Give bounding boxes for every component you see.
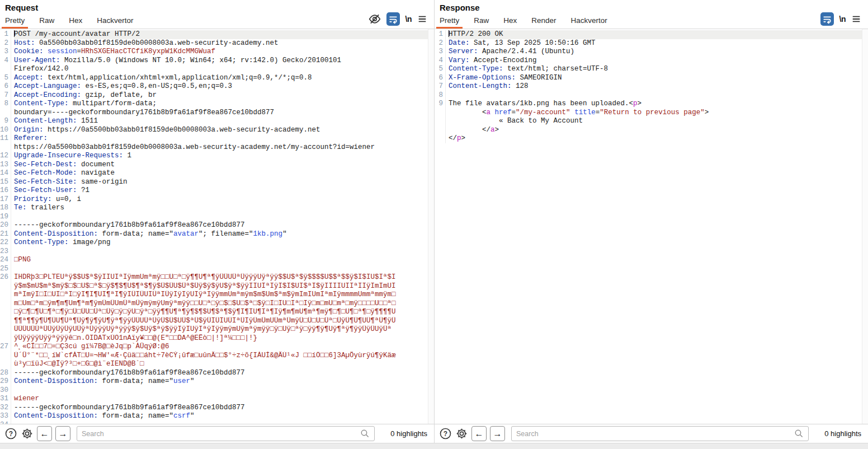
code-line[interactable]: 32------geckoformboundary1761b8b9fa61af9…: [0, 404, 428, 413]
code-line[interactable]: 29Content-Disposition: form-data; name="…: [0, 377, 428, 386]
tab-hackvertor[interactable]: Hackvertor: [568, 16, 611, 29]
tab-pretty[interactable]: Pretty: [2, 16, 28, 29]
request-editor[interactable]: 1POST /my-account/avatar HTTP/22Host: 0a…: [0, 29, 434, 424]
gear-icon[interactable]: [21, 427, 34, 440]
code-line[interactable]: 21Content-Disposition: form-data; name="…: [0, 230, 428, 239]
code-line[interactable]: 7Content-Length: 128: [435, 82, 862, 91]
tab-pretty[interactable]: Pretty: [436, 16, 463, 29]
code-line[interactable]: ¶¶ª¶¶ÿ¶Û¶ÛU¶Ûª¶Ûÿ¶ÿ¶ÿU¶ÿª¶ÿÿÛÛUÛªÛÿÛ$Û$U…: [0, 317, 428, 326]
code-line[interactable]: 8: [435, 91, 862, 100]
window-bottom-strip: [0, 443, 868, 449]
code-line[interactable]: 2Date: Sat, 13 Sep 2025 10:50:16 GMT: [435, 39, 862, 48]
code-line[interactable]: 23: [0, 247, 428, 256]
search-next-button[interactable]: →: [55, 426, 70, 441]
code-line[interactable]: 8Content-Type: multipart/form-data;: [0, 100, 428, 109]
code-line[interactable]: 7Accept-Encoding: gzip, deflate, br: [0, 91, 428, 100]
code-line[interactable]: 19: [0, 213, 428, 222]
line-number: 2: [435, 39, 446, 48]
code-text: Content-Type: multipart/form-data;: [14, 100, 428, 109]
code-line[interactable]: 17Priority: u=0, i: [0, 195, 428, 204]
help-icon[interactable]: ?: [439, 427, 452, 440]
response-panel-title: Response: [435, 0, 868, 14]
code-line[interactable]: 31wiener: [0, 395, 428, 404]
code-line[interactable]: 5Accept: text/html,application/xhtml+xml…: [0, 74, 428, 83]
code-line[interactable]: 24□PNG: [0, 256, 428, 265]
code-text: ^¸«CÏ□□7□=□Ç3cú gï¼7B@□èJq□p`ÀÜqýØ:@6: [14, 343, 428, 352]
code-line[interactable]: □ÿ□¶□¶U□¶ª□¶ÿ□Û□ÛU□Ûª□Ûÿ□ÿ□ÿU□ÿª□ÿÿ¶¶U¶ª…: [0, 308, 428, 317]
code-line[interactable]: 22Content-Type: image/png: [0, 238, 428, 247]
code-line[interactable]: </a>: [435, 126, 862, 135]
code-line[interactable]: ÿÛÿÿÿÿUÿÿªÿÿÿê□n.ÔIDATxÚO1nAïy¥□□@(E"□□D…: [0, 334, 428, 343]
code-line[interactable]: 20------geckoformboundary1761b8b9fa61af9…: [0, 221, 428, 230]
code-line[interactable]: 11Referer:: [0, 134, 428, 143]
code-line[interactable]: 1POST /my-account/avatar HTTP/2: [0, 30, 428, 39]
menu-icon[interactable]: [417, 14, 427, 24]
search-prev-button[interactable]: ←: [37, 426, 52, 441]
word-wrap-icon[interactable]: [386, 12, 400, 26]
code-line[interactable]: 16Sec-Fetch-User: ?1: [0, 186, 428, 195]
code-line[interactable]: 26IHDRþ3□PLTEUªÿ$$U$ª$ÿIIUIªIÿmmUmªmÿ□□U…: [0, 273, 428, 282]
code-line[interactable]: ÿ$m$mU$mª$mÿ$□$□U$□ª$□ÿ$¶$¶U$¶ª$¶ÿ$Û$ÛU$…: [0, 282, 428, 291]
request-search-input[interactable]: [82, 430, 360, 438]
code-line[interactable]: 2Host: 0a5500bb03abb01f8159de0b0008003a.…: [0, 39, 428, 48]
code-line[interactable]: 33Content-Disposition: form-data; name="…: [0, 412, 428, 421]
tab-hex[interactable]: Hex: [500, 16, 520, 29]
newline-icon[interactable]: \n: [839, 15, 846, 24]
line-number: [0, 65, 11, 74]
code-line[interactable]: 15Sec-Fetch-Site: same-origin: [0, 178, 428, 187]
line-number: [435, 126, 446, 135]
code-line[interactable]: 3Cookie: session=HRhSXGEHacCTCfiK8yxpW1K…: [0, 48, 428, 57]
tab-render[interactable]: Render: [528, 16, 559, 29]
code-line[interactable]: 4Vary: Accept-Encoding: [435, 57, 862, 66]
hide-eye-icon[interactable]: [369, 13, 381, 25]
word-wrap-icon[interactable]: [820, 12, 834, 26]
search-prev-button[interactable]: ←: [471, 426, 487, 441]
code-line[interactable]: 9The file avatars/1kb.png has been uploa…: [435, 100, 862, 109]
tab-hex[interactable]: Hex: [65, 16, 86, 29]
request-scrollbar[interactable]: [428, 29, 434, 424]
gear-icon[interactable]: [455, 427, 468, 440]
code-text: Sec-Fetch-Mode: navigate: [14, 169, 428, 178]
response-search-input[interactable]: [516, 430, 794, 438]
code-line[interactable]: 14Sec-Fetch-Mode: navigate: [0, 169, 428, 178]
code-line[interactable]: <a href="/my-account" title="Return to p…: [435, 109, 862, 118]
code-line[interactable]: 25: [0, 265, 428, 274]
tab-hackvertor[interactable]: Hackvertor: [93, 16, 136, 29]
tab-raw[interactable]: Raw: [36, 16, 58, 29]
request-searchbar: ? ← →: [0, 424, 434, 443]
code-line[interactable]: m□Um□ªm□ÿm¶m¶Um¶ªm¶ÿmÛmÛUmÛªmÛÿmÿmÿUmÿªm…: [0, 300, 428, 308]
code-line[interactable]: ÛÛÛUÛÛªÛÛÿÛÿÛÿUÛÿªÛÿÿÿUÿªÿÿÿ$ÿ$Uÿ$ªÿ$ÿÿI…: [0, 325, 428, 334]
line-number: 32: [0, 404, 11, 413]
code-line[interactable]: 18Te: trailers: [0, 204, 428, 213]
code-line[interactable]: 6Accept-Language: es-ES,es;q=0.8,en-US;q…: [0, 82, 428, 91]
code-line[interactable]: mªImÿI□I□UI□ªI□ÿI¶I¶UI¶ªI¶ÿIÛIÛUIÛªIÛÿIÿ…: [0, 291, 428, 300]
code-line[interactable]: 12Upgrade-Insecure-Requests: 1: [0, 152, 428, 161]
code-line[interactable]: 1HTTP/2 200 OK: [435, 30, 862, 39]
request-panel: Request PrettyRawHexHackvertor: [0, 0, 434, 443]
code-line[interactable]: Firefox/142.0: [0, 65, 428, 74]
code-line[interactable]: 27^¸«CÏ□□7□=□Ç3cú gï¼7B@□èJq□p`ÀÜqýØ:@6: [0, 343, 428, 352]
code-line[interactable]: https://0a5500bb03abb01f8159de0b0008003a…: [0, 143, 428, 152]
code-line[interactable]: 3Server: Apache/2.4.41 (Ubuntu): [435, 48, 862, 57]
search-next-button[interactable]: →: [490, 426, 505, 441]
code-line[interactable]: 10Origin: https://0a5500bb03abb01f8159de…: [0, 126, 428, 135]
code-line[interactable]: 5Content-Type: text/html; charset=UTF-8: [435, 65, 862, 74]
code-line[interactable]: 30: [0, 386, 428, 395]
tab-raw[interactable]: Raw: [470, 16, 492, 29]
menu-icon[interactable]: [851, 14, 861, 24]
code-text: IHDRþ3□PLTEUªÿ$$U$ª$ÿIIUIªIÿmmUmªmÿ□□U□ª…: [14, 273, 428, 282]
help-icon[interactable]: ?: [4, 427, 17, 440]
code-line[interactable]: 6X-Frame-Options: SAMEORIGIN: [435, 74, 862, 83]
response-scrollbar[interactable]: [862, 29, 868, 424]
code-line[interactable]: « Back to My Account: [435, 117, 862, 126]
code-line[interactable]: 28------geckoformboundary1761b8b9fa61af9…: [0, 369, 428, 378]
code-line[interactable]: </p>: [435, 134, 862, 143]
code-line[interactable]: ù³y□ïüJ<□@Îÿ?³□+□G□@ì¨eIEND@B`□: [0, 360, 428, 369]
code-line[interactable]: boundary=----geckoformboundary1761b8b9fa…: [0, 109, 428, 118]
code-line[interactable]: Ù´Ü°¨*□□¸íW`cfÀT□U=¬HW'«Æ·Çüä□□áht÷7èCÝ¡…: [0, 352, 428, 361]
code-line[interactable]: 9Content-Length: 1511: [0, 117, 428, 126]
newline-icon[interactable]: \n: [405, 15, 412, 24]
code-line[interactable]: 13Sec-Fetch-Dest: document: [0, 161, 428, 170]
response-editor[interactable]: 1HTTP/2 200 OK2Date: Sat, 13 Sep 2025 10…: [435, 29, 868, 424]
code-line[interactable]: 4User-Agent: Mozilla/5.0 (Windows NT 10.…: [0, 57, 428, 66]
